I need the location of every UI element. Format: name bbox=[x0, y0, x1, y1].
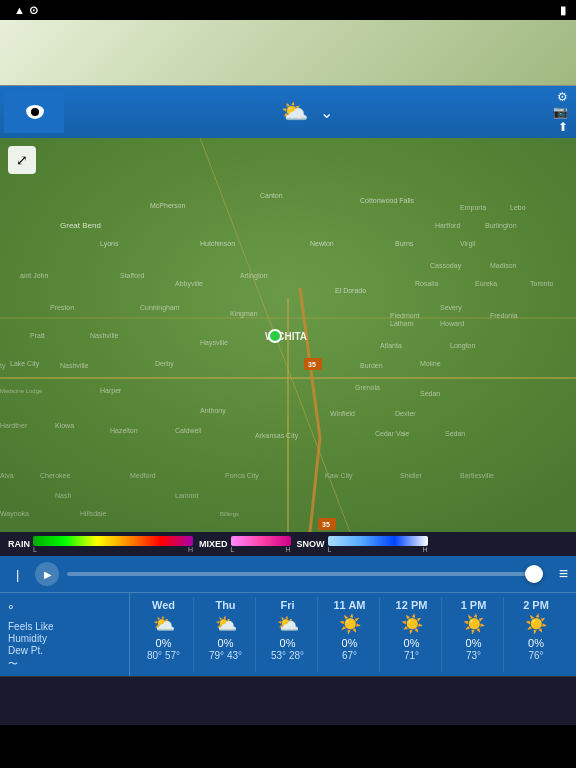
map-container[interactable]: 35 35 Great Bend McPherson Canton Cotton… bbox=[0, 138, 576, 532]
svg-text:Pratt: Pratt bbox=[30, 332, 45, 339]
forecast-item[interactable]: 11 AM ☀️ 0% 67° bbox=[320, 597, 380, 672]
svg-text:Cherokee: Cherokee bbox=[40, 472, 70, 479]
svg-text:Abbyville: Abbyville bbox=[175, 280, 203, 288]
svg-text:Canton: Canton bbox=[260, 192, 283, 199]
svg-text:Toronto: Toronto bbox=[530, 280, 553, 287]
svg-text:Ponca City: Ponca City bbox=[225, 472, 259, 480]
svg-text:Nashville: Nashville bbox=[90, 332, 119, 339]
svg-text:Billings: Billings bbox=[220, 511, 239, 517]
svg-text:35: 35 bbox=[308, 361, 316, 368]
forecast-item[interactable]: Fri ⛅ 0% 53° 28° bbox=[258, 597, 318, 672]
forecast-temps: 53° 28° bbox=[271, 650, 304, 661]
cbs-eye-icon bbox=[26, 105, 44, 119]
share-icon: ⬆ bbox=[558, 120, 568, 134]
svg-text:Cassoday: Cassoday bbox=[430, 262, 462, 270]
svg-text:Grenola: Grenola bbox=[355, 384, 380, 391]
battery-icon: ▮ bbox=[560, 4, 566, 17]
svg-text:Hutchinson: Hutchinson bbox=[200, 240, 235, 247]
forecast-item[interactable]: 1 PM ☀️ 0% 73° bbox=[444, 597, 504, 672]
svg-text:Medicine Lodge: Medicine Lodge bbox=[0, 388, 43, 394]
svg-text:Sedan: Sedan bbox=[420, 390, 440, 397]
svg-text:Derby: Derby bbox=[155, 360, 174, 368]
svg-text:Howard: Howard bbox=[440, 320, 464, 327]
svg-text:Eureka: Eureka bbox=[475, 280, 497, 287]
wind-row: 〜 bbox=[8, 657, 121, 671]
play-button[interactable]: ▶ bbox=[35, 562, 59, 586]
forecast-item[interactable]: 2 PM ☀️ 0% 76° bbox=[506, 597, 566, 672]
timeline-thumb[interactable] bbox=[525, 565, 543, 583]
svg-text:Lebo: Lebo bbox=[510, 204, 526, 211]
temp-unit: ° bbox=[8, 602, 14, 618]
svg-text:aint John: aint John bbox=[20, 272, 49, 279]
forecast-icon: ☀️ bbox=[401, 613, 423, 635]
svg-text:Lyons: Lyons bbox=[100, 240, 119, 248]
forecast-precip: 0% bbox=[528, 637, 544, 649]
map-expand-button[interactable]: ⤢ bbox=[8, 146, 36, 174]
logo-area bbox=[4, 91, 64, 133]
svg-text:McPherson: McPherson bbox=[150, 202, 186, 209]
svg-text:Moline: Moline bbox=[420, 360, 441, 367]
forecast-label: 1 PM bbox=[461, 599, 487, 611]
svg-text:Burden: Burden bbox=[360, 362, 383, 369]
forecast-item[interactable]: Thu ⛅ 0% 79° 43° bbox=[196, 597, 256, 672]
forecast-icon: ☀️ bbox=[463, 613, 485, 635]
layers-icon[interactable]: ≡ bbox=[559, 565, 568, 583]
svg-text:Sedan: Sedan bbox=[445, 430, 465, 437]
forecast-item[interactable]: Wed ⛅ 0% 80° 57° bbox=[134, 597, 194, 672]
location-chevron-icon[interactable]: ⌄ bbox=[320, 103, 333, 122]
svg-text:Haysville: Haysville bbox=[200, 339, 228, 347]
forecast-label: 2 PM bbox=[523, 599, 549, 611]
svg-text:Emporia: Emporia bbox=[460, 204, 486, 212]
camera-icon: 📷 bbox=[553, 105, 568, 119]
rain-bar bbox=[33, 536, 193, 546]
forecast-precip: 0% bbox=[156, 637, 172, 649]
snow-bar bbox=[328, 536, 428, 546]
signal-icon: ▲ bbox=[14, 4, 25, 16]
forecast-label: 11 AM bbox=[334, 599, 366, 611]
forecast-precip: 0% bbox=[342, 637, 358, 649]
svg-text:El Dorado: El Dorado bbox=[335, 287, 366, 294]
forecast-item[interactable]: 12 PM ☀️ 0% 71° bbox=[382, 597, 442, 672]
dewpoint-row: Dew Pt. bbox=[8, 645, 121, 656]
svg-text:Kingman: Kingman bbox=[230, 310, 258, 318]
svg-text:Burlington: Burlington bbox=[485, 222, 517, 230]
header-actions: ⚙ 📷 ⬆ bbox=[549, 90, 568, 134]
weather-details: Feels Like Humidity Dew Pt. bbox=[8, 620, 121, 657]
svg-text:Kaw City: Kaw City bbox=[325, 472, 353, 480]
ad-banner[interactable] bbox=[0, 20, 576, 86]
status-bar: ▲ ⊙ ▮ bbox=[0, 0, 576, 20]
svg-text:Burns: Burns bbox=[395, 240, 414, 247]
current-condition-icon: ⛅ bbox=[281, 99, 308, 125]
forecast-precip: 0% bbox=[218, 637, 234, 649]
share-action[interactable]: ⬆ bbox=[554, 120, 568, 134]
svg-text:Cottonwood Falls: Cottonwood Falls bbox=[360, 197, 415, 204]
svg-text:Lake City: Lake City bbox=[10, 360, 40, 368]
timeline-track[interactable] bbox=[67, 572, 542, 576]
forecast-precip: 0% bbox=[280, 637, 296, 649]
svg-text:Hartford: Hartford bbox=[435, 222, 460, 229]
wifi-icon: ⊙ bbox=[29, 4, 38, 17]
svg-text:Medford: Medford bbox=[130, 472, 156, 479]
submit-action[interactable]: 📷 bbox=[549, 105, 568, 119]
forecast-scroll[interactable]: Wed ⛅ 0% 80° 57° Thu ⛅ 0% 79° 43° Fri ⛅ … bbox=[130, 593, 576, 676]
forecast-icon: ☀️ bbox=[525, 613, 547, 635]
svg-text:Kiowa: Kiowa bbox=[55, 422, 74, 429]
svg-text:Arkansas City: Arkansas City bbox=[255, 432, 299, 440]
svg-text:Bartlesville: Bartlesville bbox=[460, 472, 494, 479]
forecast-temps: 80° 57° bbox=[147, 650, 180, 661]
svg-text:Piedmont: Piedmont bbox=[390, 312, 420, 319]
play-icon: ▶ bbox=[44, 569, 52, 580]
forecast-label: 12 PM bbox=[396, 599, 428, 611]
forecast-icon: ☀️ bbox=[339, 613, 361, 635]
svg-text:Arlington: Arlington bbox=[240, 272, 268, 280]
svg-text:Nashville: Nashville bbox=[60, 362, 89, 369]
rain-label: RAIN bbox=[8, 539, 30, 549]
svg-text:Virgil: Virgil bbox=[460, 240, 476, 248]
forecast-precip: 0% bbox=[404, 637, 420, 649]
app-header: ⛅ ⌄ ⚙ 📷 ⬆ bbox=[0, 86, 576, 138]
location-area[interactable]: ⛅ ⌄ bbox=[64, 99, 549, 125]
svg-text:Winfield: Winfield bbox=[330, 410, 355, 417]
map-svg: 35 35 Great Bend McPherson Canton Cotton… bbox=[0, 138, 576, 532]
settings-action[interactable]: ⚙ bbox=[553, 90, 568, 104]
wind-icon: 〜 bbox=[8, 657, 18, 671]
